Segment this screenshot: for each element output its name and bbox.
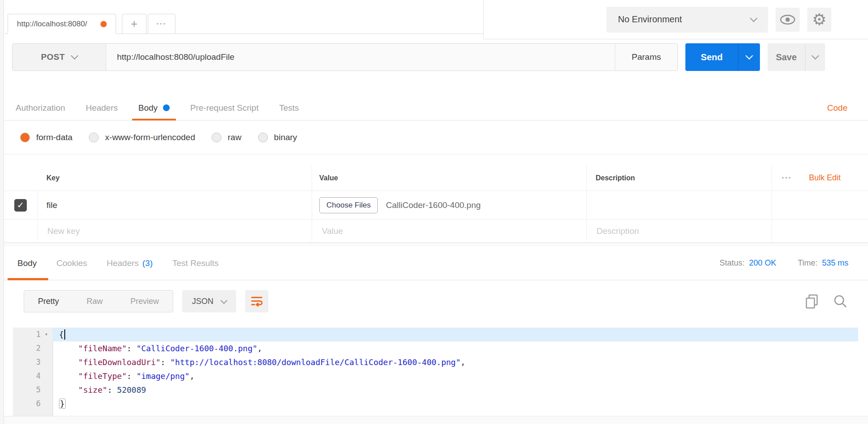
line-number: 3 [13, 355, 53, 369]
response-tab-body[interactable]: Body [17, 246, 37, 280]
header-check-column [4, 165, 38, 191]
new-key-cell [38, 220, 312, 242]
tab-tests[interactable]: Tests [279, 96, 299, 120]
send-button[interactable]: Send [685, 43, 738, 71]
radio-x-www-form-urlencoded[interactable]: x-www-form-urlencoded [89, 133, 195, 142]
value-cell: Choose Files CalliCoder-1600-400.png [312, 191, 587, 219]
line-number: 4 [13, 369, 53, 383]
code-line[interactable]: 5 "size": 520089 [13, 383, 858, 397]
tab-body[interactable]: Body [138, 96, 170, 120]
method-dropdown[interactable]: POST [13, 44, 106, 71]
new-description-cell [587, 220, 772, 242]
request-editor-tabs: Authorization Headers Body Pre-request S… [4, 96, 868, 121]
chevron-down-icon [221, 297, 228, 304]
tab-headers[interactable]: Headers [86, 96, 118, 120]
main-panel: http://localhost:8080/ + ••• No Environm… [4, 0, 868, 424]
tab-buttons: + ••• [122, 14, 175, 34]
environment-quicklook-button[interactable] [776, 8, 800, 32]
page-footer [4, 416, 868, 424]
section-divider [4, 243, 868, 246]
tab-authorization[interactable]: Authorization [16, 96, 65, 120]
description-cell[interactable] [587, 191, 772, 219]
code-line[interactable]: 3 "fileDownloadUri": "http://localhost:8… [13, 355, 858, 369]
status-value: 200 OK [749, 258, 776, 268]
response-tab-headers[interactable]: Headers (3) [107, 246, 153, 280]
code-line[interactable]: 2 "fileName": "CalliCoder-1600-400.png", [13, 341, 858, 355]
code-text: "fileName": "CalliCoder-1600-400.png", [53, 341, 858, 355]
new-tab-button[interactable]: + [122, 14, 146, 34]
view-preview-button[interactable]: Preview [117, 291, 173, 312]
save-options-button[interactable] [805, 43, 825, 71]
table-row-new [4, 220, 868, 243]
language-dropdown[interactable]: JSON [182, 290, 236, 312]
new-description-input[interactable] [596, 226, 763, 237]
tab-options-button[interactable]: ••• [148, 14, 175, 34]
new-key-input[interactable] [46, 226, 298, 237]
code-text: "fileDownloadUri": "http://localhost:808… [53, 355, 858, 369]
row-checkbox[interactable]: ✓ [14, 199, 27, 212]
code-line[interactable]: 4 "fileType": "image/png", [13, 369, 858, 383]
view-mode-group: Pretty Raw Preview [24, 290, 173, 312]
postman-app: http://localhost:8080/ + ••• No Environm… [0, 0, 868, 424]
chevron-down-icon [746, 52, 753, 60]
response-toolbar: Pretty Raw Preview JSON [4, 280, 868, 318]
generate-code-link[interactable]: Code [827, 103, 847, 113]
table-row-file: ✓ file Choose Files CalliCoder-1600-400.… [4, 191, 868, 220]
view-pretty-button[interactable]: Pretty [24, 291, 73, 312]
toolbar-right [805, 294, 847, 309]
url-input[interactable] [106, 44, 615, 71]
column-description: Description [587, 165, 772, 191]
new-value-cell [312, 220, 587, 242]
row-check-cell: ✓ [4, 191, 38, 219]
save-split-button: Save [768, 43, 825, 71]
headers-count-badge: (3) [142, 258, 153, 268]
response-tab-test-results[interactable]: Test Results [172, 246, 218, 280]
settings-button[interactable]: ⚙ [807, 8, 831, 32]
code-lines: 1▾{2 "fileName": "CalliCoder-1600-400.pn… [13, 328, 858, 411]
sidebar-edge[interactable] [0, 0, 4, 424]
table-options-button[interactable]: ••• [782, 175, 792, 181]
line-number: 6 [13, 397, 53, 411]
time-label: Time: [798, 258, 818, 268]
code-text: } [53, 397, 858, 411]
bulk-edit-link[interactable]: Bulk Edit [809, 173, 841, 183]
radio-binary[interactable]: binary [258, 133, 297, 142]
line-number: 5 [13, 383, 53, 397]
environment-selector[interactable]: No Environment [606, 7, 768, 33]
tab-pre-request-script[interactable]: Pre-request Script [190, 96, 259, 120]
key-cell[interactable]: file [38, 191, 312, 219]
column-key: Key [38, 165, 312, 191]
text-cursor [64, 329, 65, 340]
line-number: 2 [13, 341, 53, 355]
eye-icon [780, 14, 796, 25]
copy-icon[interactable] [805, 294, 819, 309]
response-tabs: Body Cookies Headers (3) Test Results St… [4, 246, 868, 280]
response-meta: Status: 200 OK Time: 535 ms [720, 258, 848, 268]
radio-form-data[interactable]: form-data [20, 133, 72, 142]
radio-icon [258, 133, 268, 142]
fold-caret-icon[interactable]: ▾ [43, 328, 50, 341]
choose-files-button[interactable]: Choose Files [319, 197, 378, 213]
new-value-input[interactable] [321, 226, 573, 237]
params-button[interactable]: Params [615, 44, 677, 71]
request-tab[interactable]: http://localhost:8080/ [8, 14, 116, 34]
send-options-button[interactable] [738, 43, 760, 71]
response-body-editor[interactable]: 1▾{2 "fileName": "CalliCoder-1600-400.pn… [13, 328, 858, 416]
new-row-actions [772, 220, 868, 242]
unsaved-changes-dot-icon [100, 21, 107, 27]
save-button[interactable]: Save [768, 43, 805, 71]
code-line[interactable]: 1▾{ [13, 328, 858, 341]
send-split-button: Send [685, 43, 760, 71]
column-value: Value [312, 165, 587, 191]
view-raw-button[interactable]: Raw [73, 291, 117, 312]
code-line[interactable]: 6} [13, 397, 858, 411]
url-group: POST Params [12, 43, 678, 71]
method-label: POST [41, 52, 65, 62]
wrap-text-button[interactable] [245, 290, 268, 312]
chevron-down-icon [71, 52, 79, 60]
response-tab-cookies[interactable]: Cookies [56, 246, 87, 280]
search-icon[interactable] [833, 294, 847, 308]
radio-icon [89, 133, 99, 142]
environment-bar: No Environment ⚙ [483, 0, 868, 39]
radio-raw[interactable]: raw [212, 133, 242, 142]
